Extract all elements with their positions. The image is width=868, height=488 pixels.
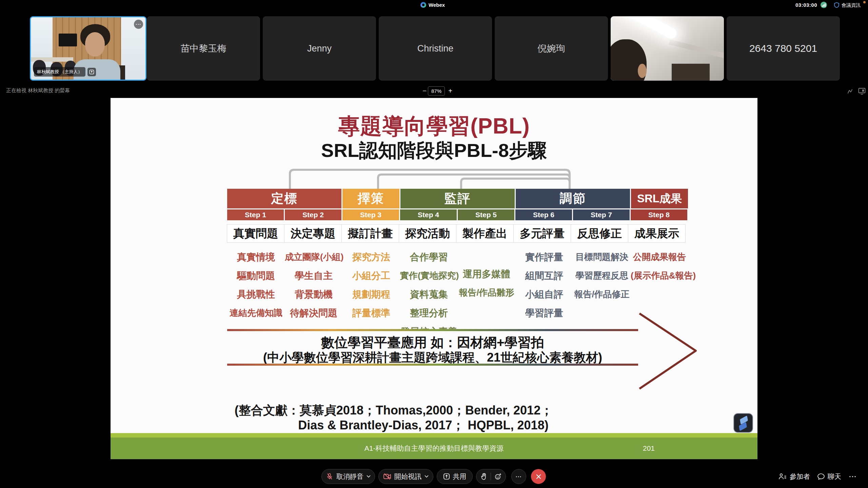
reactions-smiley-icon[interactable] [494, 473, 502, 480]
step-title: 多元評量 [513, 224, 571, 243]
step-title-row: 真實問題 決定專題 擬訂計畫 探究活動 製作產出 多元評量 反思修正 成果展示 [227, 224, 689, 243]
unmute-button[interactable]: 取消靜音 [321, 469, 375, 484]
gradient-border-bottom [227, 364, 638, 366]
unmute-label: 取消靜音 [336, 472, 363, 481]
zoom-level-indicator[interactable]: 87% [428, 86, 445, 96]
step-cell: Step 4 [400, 209, 457, 220]
phase-header: 定標 [227, 189, 341, 208]
reactions-group [476, 469, 506, 484]
step-title: 決定專題 [284, 224, 342, 243]
phase-header: SRL成果 [631, 189, 688, 208]
participants-label: 參加者 [790, 472, 810, 481]
phase-header: 調節 [516, 189, 630, 208]
step-details: 運用多媒體報告/作品雛形 [458, 248, 515, 341]
step-row: Step 1 Step 2 Step 3 Step 4 Step 5 Step … [227, 209, 689, 220]
participant-name: 苗中黎玉梅 [181, 42, 226, 55]
participant-tile[interactable]: Christine [379, 16, 492, 81]
participant-name: Jenny [307, 43, 332, 54]
platform-line1: 數位學習平臺應用 如：因材網+學習拍 [227, 333, 638, 352]
annotate-pen-icon[interactable] [847, 87, 854, 95]
platform-callout-box: 數位學習平臺應用 如：因材網+學習拍 (中小學數位學習深耕計畫主題跨域課程、21… [227, 329, 638, 366]
step-cell: Step 2 [285, 209, 341, 220]
step-detail-row: 真實情境驅動問題具挑戰性連結先備知識 成立團隊(小組)學生自主背景動機待解決問題… [227, 248, 689, 341]
chat-panel-button[interactable]: 聊天 [817, 469, 841, 484]
viewing-screen-banner: 正在檢視 林秋斌教授 的螢幕 [6, 87, 70, 94]
step-title: 成果展示 [628, 224, 686, 243]
step-cell: Step 7 [573, 209, 630, 220]
more-options-button[interactable]: ··· [511, 469, 526, 484]
participants-panel-button[interactable]: 參加者 [778, 469, 810, 484]
phase-header: 監評 [400, 189, 515, 208]
step-details: 探究方法小組分工規劃期程評量標準 [342, 248, 400, 341]
citation-block: (整合文獻：莫慕貞2018；Thomas,2000；Bender, 2012； … [229, 403, 558, 433]
slide-footer: A1-科技輔助自主學習的推動目標與教學資源 201 [111, 438, 757, 459]
slide-title: 專題導向學習(PBL) [111, 111, 757, 141]
step-details: 實作評量組間互評小組自評學習評量 [515, 248, 573, 341]
start-video-label: 開始視訊 [394, 472, 421, 481]
meeting-timer: 03:03:00 [795, 2, 817, 8]
chat-bubble-icon [817, 473, 825, 480]
participant-tile[interactable]: Jenny [263, 16, 376, 81]
tile-more-button[interactable]: ··· [134, 20, 143, 29]
zoom-out-button[interactable]: − [420, 87, 429, 95]
chevron-down-icon[interactable] [367, 475, 371, 478]
step-title: 反思修正 [571, 224, 628, 243]
phase-header-row: 定標 擇策 監評 調節 SRL成果 [227, 189, 689, 208]
step-title: 真實問題 [227, 224, 284, 243]
notification-dot [863, 1, 866, 3]
divider [491, 473, 491, 480]
share-label: 共用 [453, 472, 467, 481]
start-video-button[interactable]: 開始視訊 [378, 469, 433, 484]
step-details: 成立團隊(小組)學生自主背景動機待解決問題 [285, 248, 342, 341]
footer-text: A1-科技輔助自主學習的推動目標與教學資源 [364, 444, 504, 452]
host-name-label: 林秋斌教授 （主持人） [34, 67, 96, 77]
step-cell: Step 8 [631, 209, 687, 220]
participant-name: 2643 780 5201 [749, 43, 817, 54]
participant-tile-phone[interactable]: 2643 780 5201 [727, 16, 840, 81]
citation-line2: Dias & Brantley-Dias, 2017； HQPBL, 2018) [229, 418, 558, 433]
citation-line1: (整合文獻：莫慕貞2018；Thomas,2000；Bender, 2012； [229, 403, 558, 418]
connection-quality-icon[interactable] [821, 2, 827, 8]
webex-logo-icon [420, 2, 426, 8]
more-panels-button[interactable]: ··· [849, 469, 857, 484]
webex-brand-label: Webex [429, 2, 445, 8]
participant-name: 倪婉珣 [538, 42, 565, 55]
phase-header: 擇策 [342, 189, 399, 208]
step-details: 真實情境驅動問題具挑戰性連結先備知識 [227, 248, 285, 341]
meeting-info-button[interactable]: 會議資訊 [842, 2, 861, 8]
footer-accent-strip [111, 433, 757, 438]
share-button[interactable]: 共用 [437, 469, 473, 484]
close-x-icon [536, 474, 541, 480]
screen-share-indicator-icon [87, 68, 96, 76]
step-title: 擬訂計畫 [341, 224, 399, 243]
big-right-arrow [637, 311, 699, 391]
shared-screen-slide: 專題導向學習(PBL) SRL認知階段與PBL-8步驟 定標 擇策 監評 調節 … [111, 98, 757, 459]
zoom-in-button[interactable]: + [446, 87, 454, 95]
chat-label: 聊天 [828, 472, 841, 481]
step-details: 目標問題解決學習歷程反思報告/作品修正 [573, 248, 631, 341]
camera-off-icon [383, 473, 391, 480]
leave-meeting-button[interactable] [531, 469, 546, 484]
step-cell: Step 5 [458, 209, 514, 220]
step-cell: Step 1 [227, 209, 284, 220]
webex-brand: Webex [420, 2, 445, 8]
video-tile-host[interactable]: ··· 林秋斌教授 （主持人） [30, 16, 146, 81]
security-shield-icon[interactable] [834, 2, 840, 8]
chevron-down-icon[interactable] [425, 475, 429, 478]
screen-options-icon[interactable] [858, 87, 866, 95]
step-details: 合作學習實作(實地探究)資料蒐集整理分析發展核心素養 [400, 248, 458, 341]
video-tile-participant[interactable] [611, 16, 724, 81]
step-title: 製作產出 [456, 224, 514, 243]
participant-tile[interactable]: 倪婉珣 [495, 16, 608, 81]
participants-icon [778, 473, 787, 480]
step-title: 探究活動 [399, 224, 456, 243]
raise-hand-icon[interactable] [480, 473, 487, 480]
step-cell: Step 6 [515, 209, 572, 220]
slide-subtitle: SRL認知階段與PBL-8步驟 [111, 138, 757, 164]
participant-name: Christine [417, 43, 454, 54]
step-cell: Step 3 [342, 209, 399, 220]
host-name-text: 林秋斌教授 （主持人） [34, 67, 85, 77]
webex-meeting-window: Webex 03:03:00 會議資訊 ··· 林秋斌教授 （主持人） 苗中黎玉 [0, 0, 868, 488]
participant-tile[interactable]: 苗中黎玉梅 [147, 16, 260, 81]
presentation-app-logo [733, 413, 753, 433]
